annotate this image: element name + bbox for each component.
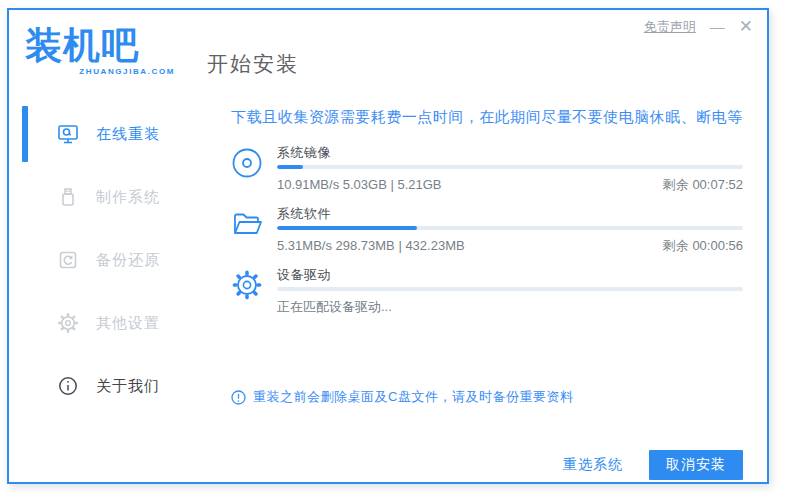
sidebar-item-backup-restore[interactable]: 备份还原 xyxy=(9,232,205,288)
window-controls: 免责声明 — ✕ xyxy=(644,18,753,36)
active-indicator xyxy=(22,106,28,162)
sidebar-item-label: 备份还原 xyxy=(96,251,160,270)
monitor-reinstall-icon xyxy=(57,123,79,145)
task-name: 设备驱动 xyxy=(277,265,743,284)
progress-bar xyxy=(277,226,743,230)
backup-note-text: 重装之前会删除桌面及C盘文件，请及时备份重要资料 xyxy=(253,388,573,406)
progress-bar xyxy=(277,165,743,169)
task-name: 系统软件 xyxy=(277,204,743,223)
disc-icon xyxy=(231,143,277,193)
sidebar-item-online-reinstall[interactable]: 在线重装 xyxy=(9,106,205,162)
footer-actions: 重选系统 取消安装 xyxy=(231,450,743,480)
task-remaining-time: 剩余 00:07:52 xyxy=(663,176,743,193)
app-logo: 装机吧 ZHUANGJIBA.COM xyxy=(25,26,177,76)
task-status-text: 正在匹配设备驱动... xyxy=(277,298,392,315)
info-icon xyxy=(57,375,79,397)
folder-icon xyxy=(231,204,277,254)
sidebar: 在线重装 制作系统 xyxy=(9,92,205,482)
gear-icon xyxy=(57,312,79,334)
download-warning-text: 下载且收集资源需要耗费一点时间，在此期间尽量不要使电脑休眠、断电等 xyxy=(231,106,743,128)
sidebar-item-about-us[interactable]: 关于我们 xyxy=(9,358,205,414)
sidebar-item-make-system[interactable]: 制作系统 xyxy=(9,169,205,225)
task-row-system-software: 系统软件 5.31MB/s 298.73MB | 432.23MB 剩余 00:… xyxy=(231,204,743,254)
task-row-system-image: 系统镜像 10.91MB/s 5.03GB | 5.21GB 剩余 00:07:… xyxy=(231,143,743,193)
cancel-install-button[interactable]: 取消安装 xyxy=(649,450,743,480)
close-button[interactable]: ✕ xyxy=(739,18,753,36)
sidebar-item-label: 其他设置 xyxy=(96,314,160,333)
disclaimer-link[interactable]: 免责声明 xyxy=(644,18,696,36)
usb-drive-icon xyxy=(57,186,79,208)
sidebar-item-label: 关于我们 xyxy=(96,377,160,396)
task-remaining-time: 剩余 00:00:56 xyxy=(663,237,743,254)
app-window: 装机吧 ZHUANGJIBA.COM 开始安装 免责声明 — ✕ xyxy=(7,8,769,484)
reselect-system-button[interactable]: 重选系统 xyxy=(563,456,623,474)
sidebar-item-other-settings[interactable]: 其他设置 xyxy=(9,295,205,351)
task-row-device-driver: 设备驱动 正在匹配设备驱动... xyxy=(231,265,743,315)
backup-restore-icon xyxy=(57,249,79,271)
logo-domain: ZHUANGJIBA.COM xyxy=(25,67,177,76)
task-name: 系统镜像 xyxy=(277,143,743,162)
window-body: 在线重装 制作系统 xyxy=(9,92,767,482)
sidebar-item-label: 在线重装 xyxy=(96,125,160,144)
exclamation-circle-icon xyxy=(231,390,246,405)
logo-text: 装机吧 xyxy=(25,26,177,66)
minimize-button[interactable]: — xyxy=(710,18,725,36)
task-speed-stats: 10.91MB/s 5.03GB | 5.21GB xyxy=(277,176,442,193)
main-content: 下载且收集资源需要耗费一点时间，在此期间尽量不要使电脑休眠、断电等 系统镜像 1… xyxy=(205,92,767,482)
page-title: 开始安装 xyxy=(207,50,299,78)
header: 装机吧 ZHUANGJIBA.COM 开始安装 免责声明 — ✕ xyxy=(9,10,767,92)
backup-note: 重装之前会删除桌面及C盘文件，请及时备份重要资料 xyxy=(231,388,743,406)
progress-bar xyxy=(277,287,743,291)
driver-gear-icon xyxy=(231,265,277,315)
sidebar-item-label: 制作系统 xyxy=(96,188,160,207)
task-speed-stats: 5.31MB/s 298.73MB | 432.23MB xyxy=(277,237,465,254)
